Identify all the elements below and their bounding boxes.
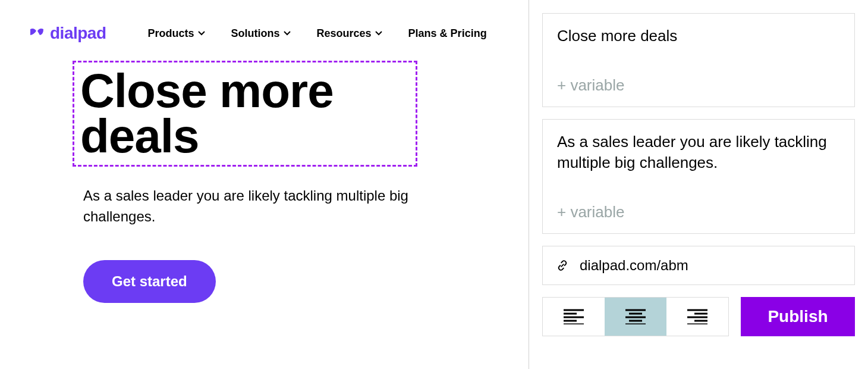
align-group [542,297,729,336]
align-right-icon [687,309,707,324]
brand-name: dialpad [50,24,106,43]
publish-button[interactable]: Publish [741,297,855,336]
hero-subtitle: As a sales leader you are likely tacklin… [83,186,440,227]
editor-bottom-row: Publish [542,297,855,336]
hero-title-selection[interactable]: Close more deals [73,61,417,167]
chevron-down-icon [375,31,382,36]
nav-solutions[interactable]: Solutions [231,27,291,40]
title-field[interactable]: Close more deals + variable [542,13,855,107]
align-center-icon [625,309,646,324]
editor-pane: Close more deals + variable As a sales l… [529,0,868,369]
align-right-button[interactable] [666,298,728,336]
add-variable-button[interactable]: + variable [557,76,840,95]
link-icon [556,259,569,272]
nav-resources-label: Resources [317,27,372,40]
brand-logo[interactable]: dialpad [29,24,106,43]
hero-title: Close more deals [80,68,398,159]
chevron-down-icon [284,31,291,36]
chevron-down-icon [198,31,205,36]
nav-plans[interactable]: Plans & Pricing [408,27,487,40]
body-field[interactable]: As a sales leader you are likely tacklin… [542,119,855,234]
url-field[interactable]: dialpad.com/abm [542,246,855,285]
title-field-value: Close more deals [557,26,840,46]
url-value: dialpad.com/abm [580,257,688,274]
brand-logo-mark-icon [29,27,45,39]
preview-pane: dialpad Products Solutions Resources Pla… [0,0,529,369]
nav-resources[interactable]: Resources [317,27,382,40]
align-left-icon [564,309,584,324]
align-left-button[interactable] [543,298,605,336]
align-center-button[interactable] [605,298,666,336]
nav-solutions-label: Solutions [231,27,280,40]
preview-topbar: dialpad Products Solutions Resources Pla… [0,0,529,43]
get-started-button[interactable]: Get started [83,260,216,303]
nav-plans-label: Plans & Pricing [408,27,487,40]
nav-products[interactable]: Products [148,27,205,40]
preview-nav: Products Solutions Resources Plans & Pri… [148,27,487,40]
add-variable-button[interactable]: + variable [557,203,840,221]
nav-products-label: Products [148,27,194,40]
hero-section: Close more deals As a sales leader you a… [0,43,529,303]
body-field-value: As a sales leader you are likely tacklin… [557,132,840,173]
